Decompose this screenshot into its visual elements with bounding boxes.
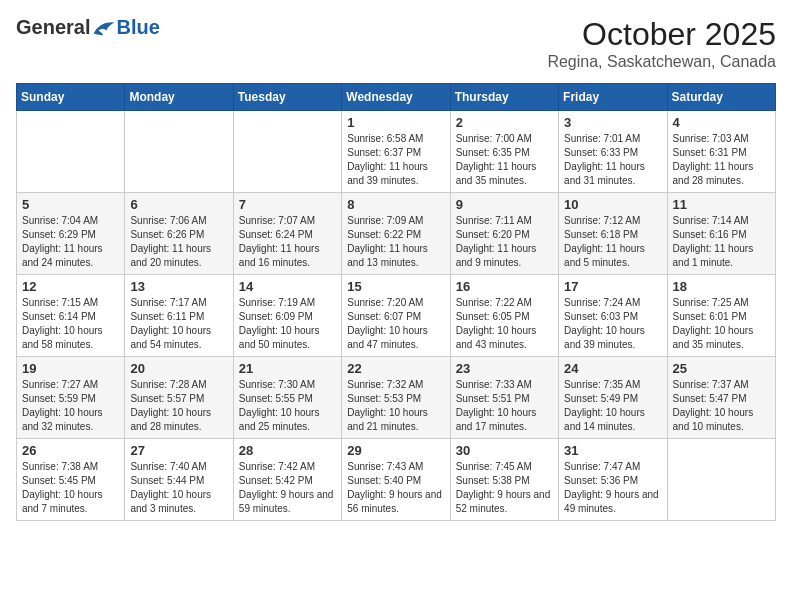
day-number: 14 [239,279,336,294]
calendar-cell: 5Sunrise: 7:04 AM Sunset: 6:29 PM Daylig… [17,193,125,275]
calendar-cell: 18Sunrise: 7:25 AM Sunset: 6:01 PM Dayli… [667,275,775,357]
day-number: 19 [22,361,119,376]
calendar-week-row: 5Sunrise: 7:04 AM Sunset: 6:29 PM Daylig… [17,193,776,275]
day-info: Sunrise: 7:14 AM Sunset: 6:16 PM Dayligh… [673,214,770,270]
day-info: Sunrise: 7:03 AM Sunset: 6:31 PM Dayligh… [673,132,770,188]
day-info: Sunrise: 7:33 AM Sunset: 5:51 PM Dayligh… [456,378,553,434]
day-number: 3 [564,115,661,130]
day-info: Sunrise: 7:47 AM Sunset: 5:36 PM Dayligh… [564,460,661,516]
day-info: Sunrise: 7:35 AM Sunset: 5:49 PM Dayligh… [564,378,661,434]
logo-blue-text: Blue [116,16,159,39]
day-number: 23 [456,361,553,376]
day-info: Sunrise: 7:04 AM Sunset: 6:29 PM Dayligh… [22,214,119,270]
calendar-cell: 9Sunrise: 7:11 AM Sunset: 6:20 PM Daylig… [450,193,558,275]
calendar-table: SundayMondayTuesdayWednesdayThursdayFrid… [16,83,776,521]
day-number: 22 [347,361,444,376]
day-info: Sunrise: 6:58 AM Sunset: 6:37 PM Dayligh… [347,132,444,188]
calendar-cell: 14Sunrise: 7:19 AM Sunset: 6:09 PM Dayli… [233,275,341,357]
day-number: 28 [239,443,336,458]
day-info: Sunrise: 7:06 AM Sunset: 6:26 PM Dayligh… [130,214,227,270]
day-info: Sunrise: 7:22 AM Sunset: 6:05 PM Dayligh… [456,296,553,352]
logo-bird-icon [92,18,116,38]
day-number: 10 [564,197,661,212]
day-info: Sunrise: 7:27 AM Sunset: 5:59 PM Dayligh… [22,378,119,434]
day-info: Sunrise: 7:32 AM Sunset: 5:53 PM Dayligh… [347,378,444,434]
calendar-header: SundayMondayTuesdayWednesdayThursdayFrid… [17,84,776,111]
day-number: 29 [347,443,444,458]
day-info: Sunrise: 7:12 AM Sunset: 6:18 PM Dayligh… [564,214,661,270]
calendar-cell: 31Sunrise: 7:47 AM Sunset: 5:36 PM Dayli… [559,439,667,521]
weekday-header: Saturday [667,84,775,111]
day-number: 1 [347,115,444,130]
day-number: 11 [673,197,770,212]
calendar-cell [233,111,341,193]
calendar-cell: 17Sunrise: 7:24 AM Sunset: 6:03 PM Dayli… [559,275,667,357]
weekday-header: Thursday [450,84,558,111]
day-number: 5 [22,197,119,212]
day-number: 17 [564,279,661,294]
day-info: Sunrise: 7:28 AM Sunset: 5:57 PM Dayligh… [130,378,227,434]
day-info: Sunrise: 7:00 AM Sunset: 6:35 PM Dayligh… [456,132,553,188]
day-info: Sunrise: 7:25 AM Sunset: 6:01 PM Dayligh… [673,296,770,352]
day-info: Sunrise: 7:37 AM Sunset: 5:47 PM Dayligh… [673,378,770,434]
day-number: 20 [130,361,227,376]
calendar-cell: 27Sunrise: 7:40 AM Sunset: 5:44 PM Dayli… [125,439,233,521]
calendar-week-row: 12Sunrise: 7:15 AM Sunset: 6:14 PM Dayli… [17,275,776,357]
calendar-cell [667,439,775,521]
calendar-cell: 26Sunrise: 7:38 AM Sunset: 5:45 PM Dayli… [17,439,125,521]
calendar-cell: 1Sunrise: 6:58 AM Sunset: 6:37 PM Daylig… [342,111,450,193]
day-info: Sunrise: 7:11 AM Sunset: 6:20 PM Dayligh… [456,214,553,270]
day-info: Sunrise: 7:19 AM Sunset: 6:09 PM Dayligh… [239,296,336,352]
page-header: General Blue October 2025 Regina, Saskat… [16,16,776,71]
calendar-cell [125,111,233,193]
calendar-cell: 28Sunrise: 7:42 AM Sunset: 5:42 PM Dayli… [233,439,341,521]
calendar-cell: 11Sunrise: 7:14 AM Sunset: 6:16 PM Dayli… [667,193,775,275]
day-number: 4 [673,115,770,130]
calendar-cell: 10Sunrise: 7:12 AM Sunset: 6:18 PM Dayli… [559,193,667,275]
day-number: 6 [130,197,227,212]
day-info: Sunrise: 7:43 AM Sunset: 5:40 PM Dayligh… [347,460,444,516]
day-info: Sunrise: 7:45 AM Sunset: 5:38 PM Dayligh… [456,460,553,516]
day-number: 16 [456,279,553,294]
logo: General Blue [16,16,160,39]
day-number: 25 [673,361,770,376]
day-number: 24 [564,361,661,376]
calendar-cell: 4Sunrise: 7:03 AM Sunset: 6:31 PM Daylig… [667,111,775,193]
day-info: Sunrise: 7:20 AM Sunset: 6:07 PM Dayligh… [347,296,444,352]
calendar-cell: 13Sunrise: 7:17 AM Sunset: 6:11 PM Dayli… [125,275,233,357]
calendar-cell: 2Sunrise: 7:00 AM Sunset: 6:35 PM Daylig… [450,111,558,193]
calendar-cell: 23Sunrise: 7:33 AM Sunset: 5:51 PM Dayli… [450,357,558,439]
day-info: Sunrise: 7:17 AM Sunset: 6:11 PM Dayligh… [130,296,227,352]
day-number: 7 [239,197,336,212]
calendar-week-row: 1Sunrise: 6:58 AM Sunset: 6:37 PM Daylig… [17,111,776,193]
day-info: Sunrise: 7:42 AM Sunset: 5:42 PM Dayligh… [239,460,336,516]
day-number: 27 [130,443,227,458]
calendar-cell: 21Sunrise: 7:30 AM Sunset: 5:55 PM Dayli… [233,357,341,439]
day-number: 12 [22,279,119,294]
day-info: Sunrise: 7:40 AM Sunset: 5:44 PM Dayligh… [130,460,227,516]
calendar-cell: 16Sunrise: 7:22 AM Sunset: 6:05 PM Dayli… [450,275,558,357]
day-info: Sunrise: 7:24 AM Sunset: 6:03 PM Dayligh… [564,296,661,352]
calendar-cell: 7Sunrise: 7:07 AM Sunset: 6:24 PM Daylig… [233,193,341,275]
calendar-cell: 3Sunrise: 7:01 AM Sunset: 6:33 PM Daylig… [559,111,667,193]
weekday-header: Wednesday [342,84,450,111]
day-info: Sunrise: 7:15 AM Sunset: 6:14 PM Dayligh… [22,296,119,352]
calendar-cell: 20Sunrise: 7:28 AM Sunset: 5:57 PM Dayli… [125,357,233,439]
calendar-cell: 22Sunrise: 7:32 AM Sunset: 5:53 PM Dayli… [342,357,450,439]
day-info: Sunrise: 7:30 AM Sunset: 5:55 PM Dayligh… [239,378,336,434]
day-info: Sunrise: 7:38 AM Sunset: 5:45 PM Dayligh… [22,460,119,516]
calendar-cell: 24Sunrise: 7:35 AM Sunset: 5:49 PM Dayli… [559,357,667,439]
calendar-cell: 25Sunrise: 7:37 AM Sunset: 5:47 PM Dayli… [667,357,775,439]
calendar-cell: 8Sunrise: 7:09 AM Sunset: 6:22 PM Daylig… [342,193,450,275]
day-number: 9 [456,197,553,212]
weekday-header: Tuesday [233,84,341,111]
day-info: Sunrise: 7:01 AM Sunset: 6:33 PM Dayligh… [564,132,661,188]
calendar-cell: 12Sunrise: 7:15 AM Sunset: 6:14 PM Dayli… [17,275,125,357]
calendar-cell: 30Sunrise: 7:45 AM Sunset: 5:38 PM Dayli… [450,439,558,521]
calendar-cell: 29Sunrise: 7:43 AM Sunset: 5:40 PM Dayli… [342,439,450,521]
day-info: Sunrise: 7:07 AM Sunset: 6:24 PM Dayligh… [239,214,336,270]
weekday-header: Monday [125,84,233,111]
day-number: 21 [239,361,336,376]
day-number: 30 [456,443,553,458]
day-number: 26 [22,443,119,458]
